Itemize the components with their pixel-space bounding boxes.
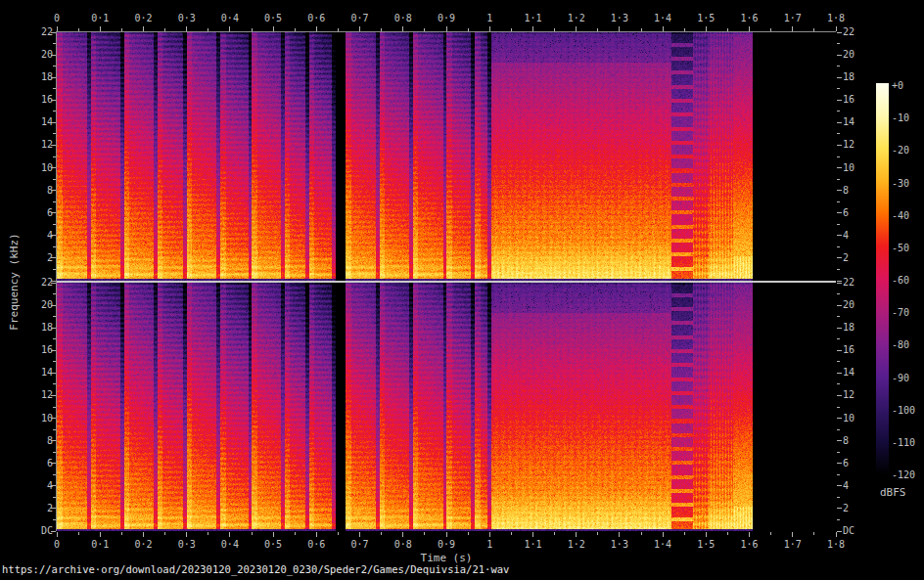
freq-tick-label: 16 xyxy=(843,94,855,106)
time-tick-mark xyxy=(489,26,490,31)
time-tick-label: 0·6 xyxy=(307,539,325,551)
time-tick-label: 0·3 xyxy=(178,539,196,551)
time-tick-mark xyxy=(489,532,490,537)
freq-tick-mark xyxy=(837,212,842,213)
freq-tick-label: 22 xyxy=(27,26,53,38)
time-minor-tick-mark xyxy=(641,28,642,31)
time-tick-mark xyxy=(186,26,187,31)
freq-tick-mark xyxy=(51,257,56,258)
freq-minor-tick-mark xyxy=(53,156,56,157)
freq-minor-tick-mark xyxy=(837,407,840,408)
colorbar-tick-label: -90 xyxy=(892,373,909,384)
freq-minor-tick-mark xyxy=(837,452,840,453)
freq-tick-label: 14 xyxy=(27,367,53,379)
time-tick-mark xyxy=(143,532,144,537)
colorbar-unit-label: dBFS xyxy=(880,487,906,499)
freq-tick-mark xyxy=(51,418,56,419)
freq-tick-label: DC xyxy=(27,525,53,537)
time-tick-label: 1·5 xyxy=(697,539,715,551)
freq-tick-mark xyxy=(51,77,56,78)
freq-tick-label: 4 xyxy=(27,230,53,242)
time-minor-tick-mark xyxy=(597,532,598,535)
time-minor-tick-mark xyxy=(468,28,469,31)
time-tick-mark xyxy=(532,26,533,31)
time-tick-mark xyxy=(663,26,664,31)
time-tick-label: 0·9 xyxy=(438,13,455,24)
time-minor-tick-mark xyxy=(295,28,296,31)
time-tick-label: 0·1 xyxy=(91,539,109,551)
freq-tick-label: 20 xyxy=(843,49,855,61)
freq-tick-label: 6 xyxy=(27,458,53,469)
freq-minor-tick-mark xyxy=(53,316,56,317)
time-minor-tick-mark xyxy=(641,532,642,535)
freq-tick-label: 22 xyxy=(27,277,53,289)
time-tick-mark xyxy=(663,532,664,537)
freq-tick-mark xyxy=(51,145,56,146)
freq-tick-label: 18 xyxy=(843,322,855,334)
time-minor-tick-mark xyxy=(338,28,339,31)
freq-minor-tick-mark xyxy=(837,66,840,67)
time-tick-mark xyxy=(836,532,837,537)
time-minor-tick-mark xyxy=(468,532,469,535)
spectrogram-window: Frequency (kHz) Time (s) dBFS 000·10·10·… xyxy=(0,0,924,580)
freq-minor-tick-mark xyxy=(53,66,56,67)
time-tick-label: 0 xyxy=(54,13,60,24)
freq-tick-label: 12 xyxy=(843,389,855,401)
time-minor-tick-mark xyxy=(164,532,165,535)
freq-minor-tick-mark xyxy=(53,519,56,520)
freq-tick-mark xyxy=(837,55,842,56)
freq-minor-tick-mark xyxy=(53,383,56,384)
time-tick-label: 0·3 xyxy=(178,13,196,24)
time-tick-mark xyxy=(749,532,750,537)
freq-minor-tick-mark xyxy=(837,246,840,247)
time-tick-mark xyxy=(359,532,360,537)
freq-tick-mark xyxy=(51,235,56,236)
freq-tick-label: 22 xyxy=(843,277,855,289)
freq-minor-tick-mark xyxy=(837,316,840,317)
freq-tick-mark xyxy=(51,100,56,101)
time-tick-mark xyxy=(100,532,101,537)
freq-tick-mark xyxy=(837,167,842,168)
time-tick-label: 1·6 xyxy=(741,539,759,551)
freq-tick-label: 2 xyxy=(27,252,53,264)
freq-minor-tick-mark xyxy=(837,293,840,294)
freq-tick-mark xyxy=(837,32,842,33)
freq-minor-tick-mark xyxy=(53,269,56,270)
time-tick-mark xyxy=(273,532,274,537)
freq-minor-tick-mark xyxy=(53,452,56,453)
colorbar-tick-label: -120 xyxy=(892,469,915,481)
freq-minor-tick-mark xyxy=(53,88,56,89)
freq-tick-label: 20 xyxy=(843,299,855,311)
freq-tick-mark xyxy=(837,373,842,374)
freq-minor-tick-mark xyxy=(837,497,840,498)
freq-minor-tick-mark xyxy=(53,133,56,134)
freq-tick-mark xyxy=(51,531,56,532)
spectrogram-channel-1 xyxy=(57,32,836,281)
freq-tick-label: 4 xyxy=(843,230,849,242)
time-minor-tick-mark xyxy=(424,28,425,31)
time-tick-label: 1·8 xyxy=(827,13,845,24)
time-tick-mark xyxy=(229,532,230,537)
time-minor-tick-mark xyxy=(554,28,555,31)
time-tick-label: 0·4 xyxy=(221,13,239,24)
freq-tick-label: 10 xyxy=(843,413,855,424)
freq-tick-mark xyxy=(837,77,842,78)
freq-minor-tick-mark xyxy=(53,361,56,362)
time-tick-label: 1·1 xyxy=(524,539,541,551)
freq-minor-tick-mark xyxy=(837,43,840,44)
time-minor-tick-mark xyxy=(338,532,339,535)
time-tick-mark xyxy=(532,532,533,537)
freq-tick-mark xyxy=(837,257,842,258)
time-tick-mark xyxy=(316,26,317,31)
freq-tick-mark xyxy=(51,212,56,213)
freq-tick-label: 10 xyxy=(843,162,855,174)
time-tick-label: 1·3 xyxy=(611,539,628,551)
time-tick-mark xyxy=(749,26,750,31)
colorbar-tick-label: +0 xyxy=(892,80,903,92)
time-minor-tick-mark xyxy=(684,28,685,31)
freq-tick-mark xyxy=(837,281,842,282)
colorbar-tick-label: -50 xyxy=(892,243,909,254)
time-minor-tick-mark xyxy=(121,532,122,535)
freq-tick-mark xyxy=(51,167,56,168)
freq-tick-label: 8 xyxy=(27,435,53,447)
